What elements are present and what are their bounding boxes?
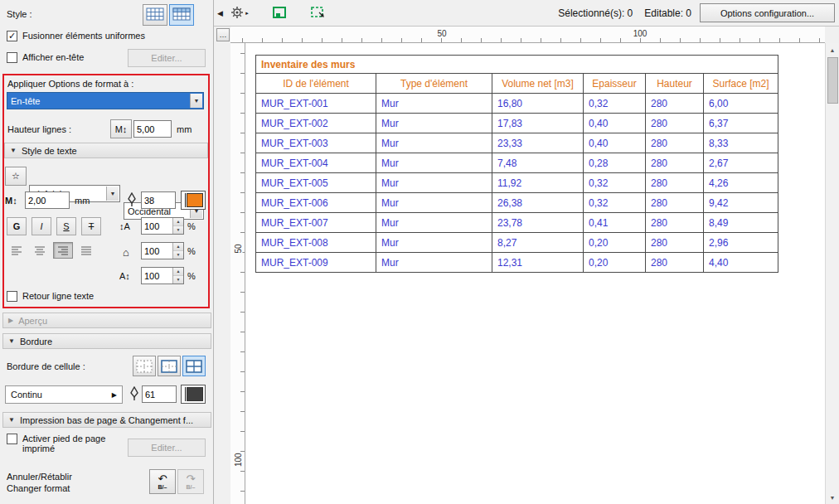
strikethrough-button[interactable]: T bbox=[81, 217, 101, 235]
table-style-button-2[interactable] bbox=[169, 4, 194, 26]
text-pen-input[interactable] bbox=[141, 191, 176, 209]
table-row[interactable]: MUR_EXT-008Mur8,270,202802,96 bbox=[256, 233, 778, 253]
text-pen-color-swatch[interactable] bbox=[181, 191, 206, 210]
table-cell[interactable]: MUR_EXT-001 bbox=[256, 94, 376, 114]
bold-button[interactable]: G bbox=[7, 217, 27, 235]
table-cell[interactable]: MUR_EXT-008 bbox=[256, 233, 376, 253]
scroll-down-icon[interactable]: ▼ bbox=[826, 491, 839, 504]
text-size-input[interactable] bbox=[25, 191, 70, 209]
table-cell[interactable]: 280 bbox=[646, 173, 704, 193]
table-cell[interactable]: 16,80 bbox=[492, 94, 584, 114]
table-cell[interactable]: 2,67 bbox=[704, 153, 778, 173]
table-row[interactable]: MUR_EXT-006Mur26,380,322809,42 bbox=[256, 193, 778, 213]
row-height-mode-button[interactable]: M↕ bbox=[110, 119, 132, 138]
section-preview[interactable]: ▶ Aperçu bbox=[2, 313, 211, 328]
column-header[interactable]: Hauteur bbox=[646, 74, 704, 94]
table-cell[interactable]: MUR_EXT-002 bbox=[256, 114, 376, 133]
ruler-origin-button[interactable]: … bbox=[216, 28, 230, 41]
table-cell[interactable]: 0,41 bbox=[584, 213, 646, 233]
align-left-button[interactable] bbox=[7, 242, 27, 259]
collapse-panel-icon[interactable]: ◀ bbox=[217, 9, 223, 17]
table-cell[interactable]: 280 bbox=[646, 94, 704, 114]
chevron-down-icon[interactable]: ▼ bbox=[106, 187, 119, 201]
table-cell[interactable]: 6,37 bbox=[704, 114, 778, 133]
table-cell[interactable]: MUR_EXT-009 bbox=[256, 253, 376, 273]
chevron-down-icon[interactable]: ▼ bbox=[190, 94, 202, 108]
table-cell[interactable]: Mur bbox=[376, 193, 492, 213]
char-spacing-input[interactable] bbox=[142, 268, 172, 284]
line-spacing-stepper[interactable]: ▲▼ bbox=[141, 217, 184, 235]
merge-uniform-checkbox[interactable]: ✓ Fusionner éléments uniformes bbox=[7, 31, 145, 41]
table-cell[interactable]: MUR_EXT-003 bbox=[256, 133, 376, 153]
scrollbar-thumb[interactable] bbox=[827, 57, 838, 104]
table-cell[interactable]: 23,33 bbox=[492, 133, 584, 153]
width-factor-input[interactable] bbox=[142, 243, 172, 259]
column-header[interactable]: Epaisseur bbox=[584, 74, 646, 94]
table-style-button-1[interactable] bbox=[143, 4, 167, 26]
table-cell[interactable]: 280 bbox=[646, 133, 704, 153]
column-header[interactable]: Surface [m2] bbox=[704, 74, 778, 94]
table-cell[interactable]: 6,00 bbox=[704, 94, 778, 114]
section-border[interactable]: ▼ Bordure bbox=[2, 333, 211, 349]
table-row[interactable]: MUR_EXT-002Mur17,830,402806,37 bbox=[256, 114, 778, 133]
table-row[interactable]: MUR_EXT-009Mur12,310,202804,40 bbox=[256, 253, 778, 273]
table-row[interactable]: MUR_EXT-005Mur11,920,322804,26 bbox=[256, 173, 778, 193]
table-cell[interactable]: 0,32 bbox=[584, 94, 646, 114]
table-row[interactable]: MUR_EXT-004Mur7,480,282802,67 bbox=[256, 153, 778, 173]
marquee-tool-button[interactable] bbox=[304, 3, 331, 23]
table-cell[interactable]: 4,40 bbox=[704, 253, 778, 273]
table-cell[interactable]: Mur bbox=[376, 153, 492, 173]
table-cell[interactable]: Mur bbox=[376, 133, 492, 153]
checkbox-box[interactable] bbox=[7, 52, 17, 63]
table-cell[interactable]: MUR_EXT-005 bbox=[256, 173, 376, 193]
table-row[interactable]: MUR_EXT-001Mur16,800,322806,00 bbox=[256, 94, 778, 114]
width-factor-stepper[interactable]: ▲▼ bbox=[141, 242, 184, 259]
stepper-down-icon[interactable]: ▼ bbox=[173, 276, 183, 284]
horizontal-ruler[interactable]: 50 100 bbox=[230, 27, 825, 43]
vertical-ruler[interactable]: 50 100 bbox=[230, 43, 245, 504]
section-footer-print[interactable]: ▼ Impression bas de page & Changement f.… bbox=[2, 412, 211, 428]
border-pen-color-swatch[interactable] bbox=[181, 385, 206, 404]
table-cell[interactable]: 0,20 bbox=[584, 233, 646, 253]
table-cell[interactable]: MUR_EXT-007 bbox=[256, 213, 376, 233]
table-cell[interactable]: MUR_EXT-004 bbox=[256, 153, 376, 173]
table-cell[interactable]: 0,40 bbox=[584, 114, 646, 133]
vertical-scrollbar[interactable]: ▲ ▼ bbox=[825, 43, 839, 504]
table-cell[interactable]: 8,49 bbox=[704, 213, 778, 233]
scroll-up-icon[interactable]: ▲ bbox=[826, 43, 839, 56]
stepper-up-icon[interactable]: ▲ bbox=[173, 268, 183, 276]
table-row[interactable]: MUR_EXT-007Mur23,780,412808,49 bbox=[256, 213, 778, 233]
table-cell[interactable]: 280 bbox=[646, 213, 704, 233]
apply-format-dropdown[interactable]: En-tête ▼ bbox=[7, 92, 204, 109]
favorites-star-button[interactable]: ☆ bbox=[5, 167, 27, 186]
table-cell[interactable]: 0,32 bbox=[584, 193, 646, 213]
table-cell[interactable]: 23,78 bbox=[492, 213, 584, 233]
border-all-button[interactable] bbox=[182, 356, 206, 376]
table-cell[interactable]: 0,40 bbox=[584, 133, 646, 153]
table-cell[interactable]: 2,96 bbox=[704, 233, 778, 253]
table-header-row[interactable]: ID de l'élément Type d'élément Volume ne… bbox=[256, 74, 778, 94]
redo-format-button[interactable]: ↷ B/– bbox=[177, 469, 204, 494]
column-header[interactable]: Volume net [m3] bbox=[492, 74, 584, 94]
border-none-button[interactable] bbox=[133, 356, 156, 376]
border-pen-input[interactable] bbox=[142, 385, 177, 403]
table-cell[interactable]: 12,31 bbox=[492, 253, 584, 273]
table-cell[interactable]: 17,83 bbox=[492, 114, 584, 133]
section-text-style[interactable]: ▼ Style de texte bbox=[4, 143, 208, 158]
table-cell[interactable]: Mur bbox=[376, 94, 492, 114]
line-type-dropdown[interactable]: Continu ▶ bbox=[5, 385, 123, 404]
frame-tool-button[interactable] bbox=[266, 3, 293, 23]
show-header-checkbox[interactable]: Afficher en-tête bbox=[7, 52, 84, 63]
table-cell[interactable]: 8,27 bbox=[492, 233, 584, 253]
table-cell[interactable]: Mur bbox=[376, 173, 492, 193]
column-header[interactable]: ID de l'élément bbox=[256, 74, 376, 94]
table-cell[interactable]: Mur bbox=[376, 114, 492, 133]
table-cell[interactable]: 280 bbox=[646, 153, 704, 173]
table-cell[interactable]: Mur bbox=[376, 253, 492, 273]
undo-format-button[interactable]: ↶ B/– bbox=[149, 469, 176, 494]
line-spacing-input[interactable] bbox=[142, 218, 172, 234]
table-cell[interactable]: 0,32 bbox=[584, 173, 646, 193]
options-configuration-button[interactable]: Options configuration... bbox=[700, 3, 835, 22]
table-cell[interactable]: Mur bbox=[376, 213, 492, 233]
stepper-up-icon[interactable]: ▲ bbox=[173, 243, 183, 251]
